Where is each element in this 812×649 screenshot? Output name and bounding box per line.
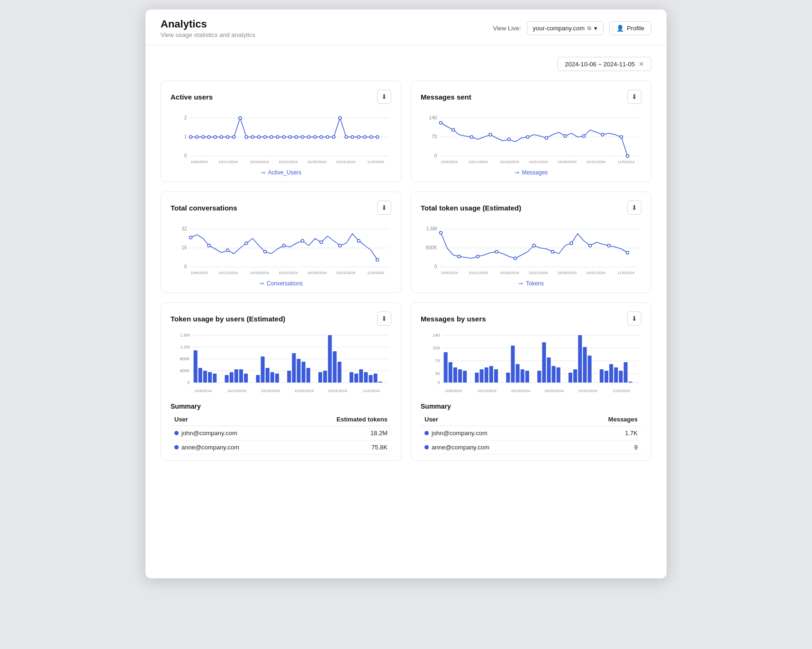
svg-rect-204 (583, 347, 586, 383)
user-cell: john@company.com (171, 426, 293, 440)
svg-rect-192 (511, 346, 514, 383)
svg-text:10/25/2024: 10/25/2024 (294, 389, 314, 393)
svg-text:10/16/2024: 10/16/2024 (500, 271, 519, 275)
svg-point-116 (626, 251, 629, 254)
top-charts-grid: Active users ⬇ 2 1 0 10/6/2024 (161, 81, 651, 293)
active-users-download-button[interactable]: ⬇ (377, 90, 391, 104)
svg-rect-206 (600, 369, 604, 383)
svg-rect-157 (338, 362, 342, 383)
svg-point-91 (357, 239, 360, 242)
svg-text:11/5/2024: 11/5/2024 (617, 160, 635, 164)
chevron-down-icon: ▾ (594, 25, 597, 32)
token-usage-by-users-card: Token usage by users (Estimated) ⬇ 1.6M … (161, 302, 401, 461)
svg-text:10/31/2024: 10/31/2024 (336, 271, 356, 275)
svg-point-107 (458, 255, 460, 258)
total-token-usage-download-button[interactable]: ⬇ (627, 201, 641, 215)
svg-rect-162 (369, 375, 372, 383)
svg-text:10/31/2024: 10/31/2024 (586, 160, 606, 164)
svg-point-26 (270, 136, 273, 138)
svg-text:10/25/2024: 10/25/2024 (544, 389, 564, 393)
date-range-row: 2024-10-06 ~ 2024-11-05 ✕ (161, 57, 651, 71)
domain-button[interactable]: your-company.com ⧉ ▾ (527, 21, 604, 35)
svg-point-92 (376, 258, 379, 261)
total-token-usage-legend: ⊸ Tokens (421, 280, 641, 287)
token-usage-by-users-download-button[interactable]: ⬇ (377, 311, 391, 326)
svg-text:32: 32 (181, 226, 187, 231)
svg-point-88 (301, 239, 304, 242)
svg-rect-155 (328, 335, 332, 383)
svg-point-85 (245, 242, 248, 245)
svg-text:10/16/2024: 10/16/2024 (500, 160, 519, 164)
svg-text:140: 140 (433, 333, 440, 338)
svg-rect-202 (573, 369, 577, 383)
bottom-charts-grid: Token usage by users (Estimated) ⬇ 1.6M … (161, 302, 651, 461)
svg-point-18 (220, 136, 223, 138)
svg-text:10/31/2024: 10/31/2024 (586, 271, 606, 275)
svg-text:16: 16 (181, 245, 187, 250)
svg-rect-187 (480, 369, 484, 383)
svg-rect-203 (578, 335, 582, 383)
total-token-usage-title: Total token usage (Estimated) (421, 204, 521, 212)
svg-text:10/6/2024: 10/6/2024 (441, 271, 459, 275)
svg-point-17 (214, 136, 217, 138)
svg-rect-153 (318, 372, 322, 383)
svg-rect-199 (552, 366, 556, 383)
svg-point-108 (477, 255, 479, 258)
token-col-user: User (171, 413, 293, 426)
svg-point-60 (489, 133, 492, 136)
svg-point-109 (495, 250, 498, 253)
svg-rect-143 (256, 375, 260, 383)
svg-point-40 (357, 136, 360, 138)
svg-text:0: 0 (187, 380, 189, 385)
svg-text:10/11/2024: 10/11/2024 (218, 271, 238, 275)
user-cell: anne@company.com (171, 440, 293, 455)
svg-text:70: 70 (435, 358, 440, 363)
messages-summary-title: Summary (421, 402, 641, 410)
svg-text:10/26/2024: 10/26/2024 (307, 271, 327, 275)
svg-rect-137 (213, 374, 217, 383)
svg-text:10/26/2024: 10/26/2024 (307, 160, 327, 164)
total-conversations-legend: ⊸ Conversations (171, 280, 391, 287)
messages-sent-title: Messages sent (421, 93, 471, 101)
table-row: anne@company.com9 (421, 440, 641, 455)
view-live-label: View Live: (493, 25, 521, 32)
svg-rect-184 (458, 369, 462, 383)
header-left: Analytics View usage statistics and anal… (161, 18, 255, 38)
messages-by-users-header: Messages by users ⬇ (421, 311, 641, 326)
svg-point-84 (226, 249, 229, 252)
svg-rect-194 (521, 369, 524, 383)
svg-point-15 (202, 136, 205, 138)
svg-text:10/8/2024: 10/8/2024 (195, 389, 212, 393)
svg-text:0: 0 (434, 153, 437, 158)
total-token-usage-header: Total token usage (Estimated) ⬇ (421, 201, 641, 215)
svg-rect-186 (475, 373, 478, 383)
total-conversations-download-button[interactable]: ⬇ (377, 201, 391, 215)
messages-by-users-download-button[interactable]: ⬇ (627, 311, 641, 326)
svg-text:10/11/2024: 10/11/2024 (218, 160, 238, 164)
main-content: 2024-10-06 ~ 2024-11-05 ✕ Active users ⬇ (145, 46, 667, 482)
svg-rect-212 (629, 382, 632, 383)
external-link-icon: ⧉ (587, 25, 591, 31)
svg-point-36 (332, 136, 335, 138)
svg-rect-208 (609, 364, 613, 383)
svg-text:1: 1 (184, 134, 187, 139)
svg-point-90 (339, 244, 342, 247)
messages-sent-header: Messages sent ⬇ (421, 90, 641, 104)
svg-point-68 (626, 155, 629, 157)
messages-sent-download-button[interactable]: ⬇ (627, 90, 641, 104)
value-cell: 9 (567, 440, 641, 455)
svg-point-61 (507, 138, 510, 141)
token-col-value: Estimated tokens (293, 413, 391, 426)
svg-text:35: 35 (435, 371, 440, 376)
date-range-picker[interactable]: 2024-10-06 ~ 2024-11-05 ✕ (558, 57, 651, 71)
svg-text:10/16/2024: 10/16/2024 (250, 271, 269, 275)
svg-text:0: 0 (184, 153, 187, 158)
profile-button[interactable]: 👤 Profile (609, 21, 651, 35)
svg-text:10/26/2024: 10/26/2024 (558, 160, 577, 164)
active-users-legend: ⊸ Active_Users (171, 169, 391, 176)
close-icon[interactable]: ✕ (639, 60, 644, 68)
svg-point-30 (295, 136, 298, 138)
svg-text:10/16/2024: 10/16/2024 (250, 160, 269, 164)
header: Analytics View usage statistics and anal… (145, 9, 667, 46)
messages-sent-card: Messages sent ⬇ 140 70 0 10/6/2024 10/11… (411, 81, 651, 182)
